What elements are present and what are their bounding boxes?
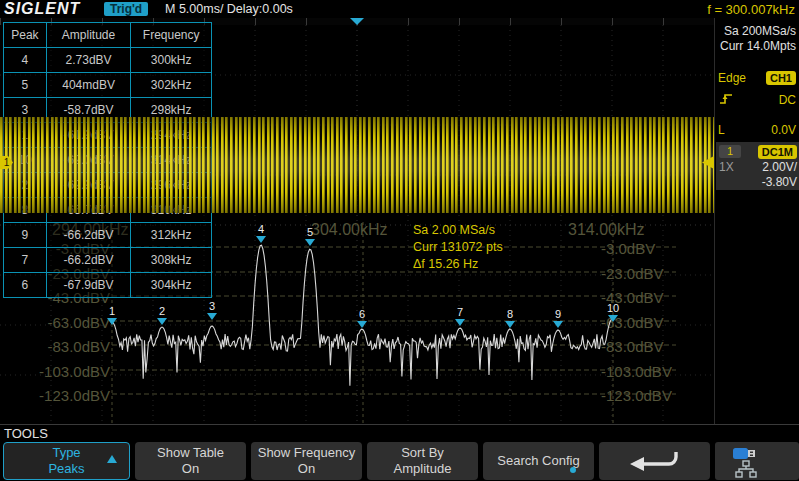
peak-marker-1: 1 bbox=[100, 306, 124, 325]
peak-marker-9: 9 bbox=[546, 309, 570, 328]
trigger-position-marker[interactable] bbox=[350, 18, 364, 25]
peak-marker-triangle-icon bbox=[608, 315, 618, 322]
peak-marker-triangle-icon bbox=[305, 239, 315, 246]
peak-marker-5: 5 bbox=[298, 227, 322, 246]
top-status-bar: SIGLENT Trig'd M 5.00ms/ Delay:0.00s f =… bbox=[0, 0, 799, 18]
peak-marker-number: 4 bbox=[249, 224, 273, 235]
right-sidebar: Sa 200MSa/s Curr 14.0Mpts Edge CH1 DC L … bbox=[714, 18, 799, 424]
peak-marker-number: 5 bbox=[298, 227, 322, 238]
peak-marker-4: 4 bbox=[249, 224, 273, 243]
peak-marker-7: 7 bbox=[448, 307, 472, 326]
trigger-level-label: L bbox=[718, 123, 725, 137]
peak-marker-number: 1 bbox=[100, 306, 124, 317]
peak-marker-number: 3 bbox=[200, 301, 224, 312]
table-row: 42.73dBV300kHz bbox=[4, 48, 212, 73]
peak-marker-triangle-icon bbox=[107, 318, 117, 325]
table-cell: 304kHz bbox=[131, 273, 212, 298]
channel-offset: -3.80V bbox=[762, 175, 797, 189]
column-header: Peak bbox=[4, 23, 47, 48]
status-icons-panel[interactable] bbox=[715, 442, 799, 480]
table-cell: -66.2dBV bbox=[46, 248, 131, 273]
peak-marker-number: 9 bbox=[546, 309, 570, 320]
peak-marker-10: 10 bbox=[601, 303, 625, 322]
bottom-menu-bar: TOOLS TypePeaksShow TableOnShow Frequenc… bbox=[0, 424, 799, 481]
table-cell: 308kHz bbox=[131, 248, 212, 273]
peak-marker-3: 3 bbox=[200, 301, 224, 320]
channel1-info-panel[interactable]: 1 DC1M 1X 2.00V/ -3.80V bbox=[716, 142, 799, 190]
table-cell: 4 bbox=[4, 48, 47, 73]
siglent-logo: SIGLENT bbox=[4, 0, 80, 18]
fft-info-line: Sa 2.00 MSa/s bbox=[413, 222, 503, 239]
peak-marker-triangle-icon bbox=[207, 313, 217, 320]
peak-marker-number: 2 bbox=[150, 306, 174, 317]
peak-marker-triangle-icon bbox=[505, 321, 515, 328]
peak-marker-number: 8 bbox=[498, 309, 522, 320]
peak-marker-triangle-icon bbox=[157, 318, 167, 325]
table-cell: 6 bbox=[4, 273, 47, 298]
peak-marker-number: 7 bbox=[448, 307, 472, 318]
channel-probe: 1X bbox=[719, 160, 734, 174]
channel-coupling-badge: DC1M bbox=[758, 145, 797, 159]
channel-number-chip: 1 bbox=[719, 145, 741, 158]
fft-info-readout: Sa 2.00 MSa/sCurr 131072 ptsΔf 15.26 Hz bbox=[413, 222, 503, 273]
table-cell: 2.73dBV bbox=[46, 48, 131, 73]
peak-marker-triangle-icon bbox=[256, 236, 266, 243]
table-cell: 300kHz bbox=[131, 48, 212, 73]
table-row: 9-66.2dBV312kHz bbox=[4, 223, 212, 248]
peak-marker-8: 8 bbox=[498, 309, 522, 328]
table-row: 5404mdBV302kHz bbox=[4, 73, 212, 98]
timebase-readout[interactable]: M 5.00ms/ Delay:0.00s bbox=[165, 2, 293, 16]
table-cell: -67.9dBV bbox=[46, 273, 131, 298]
peak-marker-triangle-icon bbox=[455, 319, 465, 326]
peak-marker-triangle-icon bbox=[553, 321, 563, 328]
fft-info-line: Curr 131072 pts bbox=[413, 239, 503, 256]
memory-depth: Curr 14.0Mpts bbox=[715, 38, 799, 53]
delay-value: Delay:0.00s bbox=[227, 2, 293, 16]
column-header: Frequency bbox=[131, 23, 212, 48]
table-row: 7-66.2dBV308kHz bbox=[4, 248, 212, 273]
fft-info-line: Δf 15.26 Hz bbox=[413, 256, 503, 273]
table-cell: 5 bbox=[4, 73, 47, 98]
table-row: 6-67.9dBV304kHz bbox=[4, 273, 212, 298]
table-cell: 7 bbox=[4, 248, 47, 273]
peak-marker-2: 2 bbox=[150, 306, 174, 325]
peak-marker-number: 10 bbox=[601, 303, 625, 314]
peak-marker-number: 6 bbox=[350, 309, 374, 320]
peak-marker-6: 6 bbox=[350, 309, 374, 328]
rising-edge-icon bbox=[718, 92, 734, 109]
trigger-coupling: DC bbox=[779, 93, 796, 107]
table-cell: 9 bbox=[4, 223, 47, 248]
trigger-type: Edge bbox=[718, 71, 746, 85]
channel-scale: 2.00V/ bbox=[762, 160, 797, 174]
trigger-info-panel[interactable]: Edge CH1 DC L 0.0V bbox=[715, 67, 799, 141]
table-cell: 404mdBV bbox=[46, 73, 131, 98]
trigger-source-badge: CH1 bbox=[766, 71, 796, 85]
table-cell: 312kHz bbox=[131, 223, 212, 248]
channel1-waveform bbox=[0, 117, 714, 213]
oscilloscope-screen: SIGLENT Trig'd M 5.00ms/ Delay:0.00s f =… bbox=[0, 0, 799, 481]
trigger-level-value: 0.0V bbox=[771, 123, 796, 137]
lan-icon bbox=[735, 460, 757, 481]
timebase-value: M 5.00ms/ bbox=[165, 2, 223, 16]
waveform-display: -3.0dBV-3.0dBV-23.0dBV-23.0dBV-43.0dBV-4… bbox=[0, 25, 714, 424]
sample-rate: Sa 200MSa/s bbox=[715, 18, 799, 38]
column-header: Amplitude bbox=[46, 23, 131, 48]
peak-marker-triangle-icon bbox=[357, 321, 367, 328]
menu-title: TOOLS bbox=[4, 426, 48, 441]
frequency-counter: f = 300.007kHz bbox=[707, 2, 795, 17]
table-cell: -66.2dBV bbox=[46, 223, 131, 248]
table-cell: 302kHz bbox=[131, 73, 212, 98]
trigger-status-badge: Trig'd bbox=[104, 2, 148, 16]
peak-table-header: PeakAmplitudeFrequency bbox=[4, 23, 212, 48]
